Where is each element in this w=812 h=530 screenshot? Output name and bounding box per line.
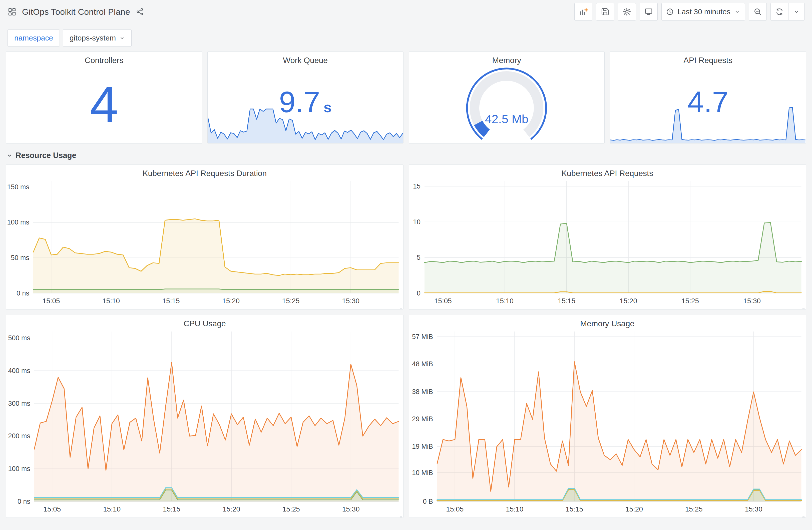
row-title: Resource Usage bbox=[15, 151, 76, 160]
requests-chart: 15:0515:1015:1515:2015:2515:30051015 bbox=[409, 178, 806, 307]
zoom-out-button[interactable] bbox=[749, 3, 767, 20]
svg-text:15:15: 15:15 bbox=[566, 505, 583, 513]
legend-current-header[interactable]: current bbox=[756, 516, 800, 518]
panel-controllers: Controllers 4 bbox=[6, 51, 202, 144]
grafana-dashboard: GitOps Toolkit Control Plane Last 30 min… bbox=[0, 0, 812, 530]
duration-legend: avgcurrentP505 ms5 msP9948 ms43 ms bbox=[6, 307, 403, 309]
legend-header: avgcurrent bbox=[16, 307, 398, 309]
svg-text:500 ms: 500 ms bbox=[8, 334, 30, 342]
share-icon[interactable] bbox=[135, 8, 144, 16]
panel-title[interactable]: Kubernetes API Requests Duration bbox=[6, 165, 403, 178]
settings-button[interactable] bbox=[618, 3, 636, 20]
svg-text:15:20: 15:20 bbox=[223, 505, 240, 513]
svg-text:100 ms: 100 ms bbox=[8, 465, 30, 472]
refresh-button[interactable] bbox=[770, 3, 788, 20]
svg-text:15:20: 15:20 bbox=[619, 297, 637, 305]
svg-text:0 ns: 0 ns bbox=[17, 498, 30, 505]
memory-gauge: 42.5 Mb bbox=[409, 66, 605, 142]
svg-text:15:10: 15:10 bbox=[102, 297, 120, 305]
svg-text:15:25: 15:25 bbox=[685, 505, 702, 513]
legend-scrollbar[interactable] bbox=[802, 516, 805, 518]
svg-text:15:05: 15:05 bbox=[434, 297, 451, 305]
svg-text:15:10: 15:10 bbox=[496, 297, 513, 305]
svg-text:50 ms: 50 ms bbox=[11, 254, 29, 262]
panel-title[interactable]: Memory Usage bbox=[409, 315, 806, 328]
panel-title[interactable]: CPU Usage bbox=[6, 315, 403, 328]
legend-avg-header[interactable]: avg bbox=[309, 516, 353, 518]
time-range-button[interactable]: Last 30 minutes bbox=[662, 3, 745, 20]
svg-text:15:25: 15:25 bbox=[681, 297, 699, 305]
panel-api-requests: API Requests 4.7 bbox=[610, 51, 806, 144]
svg-text:15:25: 15:25 bbox=[282, 297, 300, 305]
variable-value-text: gitops-system bbox=[70, 34, 116, 42]
svg-text:15:25: 15:25 bbox=[282, 505, 300, 513]
panel-title[interactable]: Controllers bbox=[6, 52, 202, 65]
tv-mode-button[interactable] bbox=[640, 3, 658, 20]
panel-title[interactable]: Kubernetes API Requests bbox=[409, 165, 806, 178]
svg-text:15:20: 15:20 bbox=[222, 297, 240, 305]
cpu-chart: 15:0515:1015:1515:2015:2515:300 ns100 ms… bbox=[6, 328, 403, 515]
legend-header: avgcurrent bbox=[419, 307, 800, 309]
gauge-value: 42.5 Mb bbox=[409, 112, 605, 126]
svg-text:10: 10 bbox=[413, 218, 420, 226]
legend-avg-header[interactable]: avg bbox=[711, 308, 756, 309]
panel-work-queue: Work Queue 9.7s bbox=[207, 51, 404, 144]
svg-text:150 ms: 150 ms bbox=[7, 183, 29, 191]
duration-chart: 15:0515:1015:1515:2015:2515:300 ns50 ms1… bbox=[6, 178, 403, 307]
legend-scrollbar[interactable] bbox=[400, 308, 402, 309]
stat-panels-row: Controllers 4 Work Queue 9.7s Memory 42.… bbox=[6, 51, 806, 144]
svg-text:0 B: 0 B bbox=[423, 498, 433, 505]
stat-value: 4 bbox=[6, 78, 202, 130]
svg-text:15:30: 15:30 bbox=[342, 505, 360, 513]
row-resource-usage[interactable]: Resource Usage bbox=[6, 144, 806, 164]
memory-legend: avgcurrenthelm-controller-57f9b56bbf-k24… bbox=[409, 515, 806, 518]
time-range-label: Last 30 minutes bbox=[678, 8, 730, 16]
panel-title[interactable]: Memory bbox=[409, 52, 605, 65]
dashboard-title: GitOps Toolkit Control Plane bbox=[22, 7, 130, 17]
svg-text:29 MiB: 29 MiB bbox=[412, 415, 433, 423]
svg-text:15:05: 15:05 bbox=[446, 505, 464, 513]
svg-text:15:30: 15:30 bbox=[743, 297, 761, 305]
svg-text:15:15: 15:15 bbox=[163, 505, 180, 513]
variable-label-namespace[interactable]: namespace bbox=[8, 29, 60, 46]
legend-scrollbar[interactable] bbox=[400, 516, 402, 518]
requests-legend: avgcurrenttotal4.744.44errors0.010 bbox=[409, 307, 806, 309]
timeseries-grid: Kubernetes API Requests Duration 15:0515… bbox=[6, 164, 806, 518]
legend-current-header[interactable]: current bbox=[353, 308, 398, 309]
legend-avg-header[interactable]: avg bbox=[309, 308, 353, 309]
chevron-down-icon bbox=[6, 152, 13, 159]
svg-text:57 MiB: 57 MiB bbox=[412, 333, 433, 340]
svg-text:400 ms: 400 ms bbox=[8, 367, 30, 374]
svg-text:15:05: 15:05 bbox=[43, 505, 61, 513]
legend-header: avgcurrent bbox=[419, 515, 800, 518]
svg-text:19 MiB: 19 MiB bbox=[412, 443, 433, 450]
legend-current-header[interactable]: current bbox=[353, 516, 398, 518]
panel-title[interactable]: Work Queue bbox=[208, 52, 403, 65]
legend-scrollbar[interactable] bbox=[802, 308, 805, 309]
svg-text:0: 0 bbox=[417, 290, 420, 297]
svg-text:300 ms: 300 ms bbox=[8, 400, 30, 407]
panel-title[interactable]: API Requests bbox=[610, 52, 806, 65]
chevron-down-icon bbox=[734, 9, 740, 15]
svg-text:15:30: 15:30 bbox=[745, 505, 762, 513]
variable-value-namespace[interactable]: gitops-system bbox=[63, 29, 132, 46]
panel-k8s-api-requests-duration: Kubernetes API Requests Duration 15:0515… bbox=[6, 164, 404, 309]
svg-text:5: 5 bbox=[417, 254, 420, 261]
legend-avg-header[interactable]: avg bbox=[711, 516, 756, 518]
variables-row: namespace gitops-system bbox=[6, 24, 806, 51]
svg-text:200 ms: 200 ms bbox=[8, 432, 30, 440]
chevron-down-icon bbox=[119, 35, 125, 41]
svg-text:15:10: 15:10 bbox=[506, 505, 523, 513]
svg-text:15: 15 bbox=[413, 182, 420, 190]
svg-text:15:30: 15:30 bbox=[342, 297, 360, 305]
stat-value: 4.7 bbox=[610, 87, 806, 117]
panel-memory: Memory 42.5 Mb bbox=[409, 51, 605, 144]
svg-text:15:20: 15:20 bbox=[625, 505, 643, 513]
svg-text:0 ns: 0 ns bbox=[16, 290, 29, 297]
refresh-interval-button[interactable] bbox=[788, 3, 804, 20]
save-button[interactable] bbox=[596, 3, 614, 20]
svg-text:48 MiB: 48 MiB bbox=[412, 360, 433, 368]
legend-current-header[interactable]: current bbox=[756, 308, 800, 309]
add-panel-button[interactable] bbox=[574, 3, 592, 20]
svg-text:15:10: 15:10 bbox=[103, 505, 120, 513]
